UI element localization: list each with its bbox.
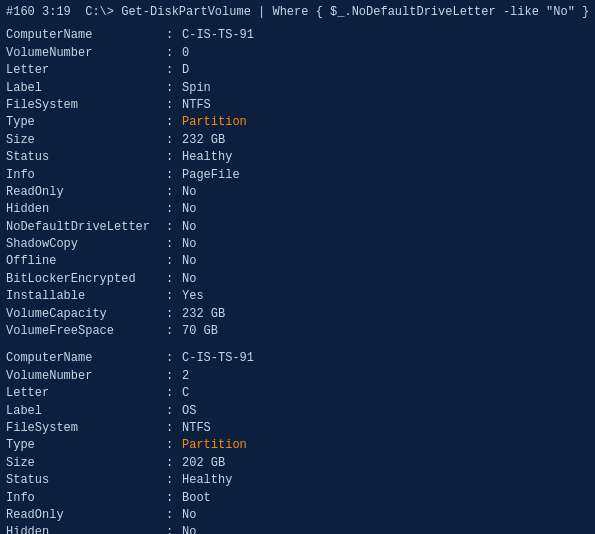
property-value: 232 GB xyxy=(182,132,225,149)
colon-separator: : xyxy=(166,114,182,131)
property-value: 2 xyxy=(182,368,189,385)
property-key: VolumeFreeSpace xyxy=(6,323,166,340)
property-value: PageFile xyxy=(182,167,240,184)
table-row: FileSystem: NTFS xyxy=(6,420,589,437)
property-key: Status xyxy=(6,149,166,166)
property-value: C-IS-TS-91 xyxy=(182,27,254,44)
property-value: No xyxy=(182,201,196,218)
property-value: Yes xyxy=(182,288,204,305)
table-row: Label: OS xyxy=(6,403,589,420)
colon-separator: : xyxy=(166,490,182,507)
property-key: Label xyxy=(6,403,166,420)
table-row: VolumeNumber: 0 xyxy=(6,45,589,62)
table-row: ComputerName: C-IS-TS-91 xyxy=(6,350,589,367)
table-row: Type: Partition xyxy=(6,437,589,454)
table-row: Hidden: No xyxy=(6,201,589,218)
property-value: Healthy xyxy=(182,472,232,489)
property-key: Hidden xyxy=(6,524,166,534)
property-value: C-IS-TS-91 xyxy=(182,350,254,367)
property-key: Letter xyxy=(6,62,166,79)
table-row: Offline: No xyxy=(6,253,589,270)
colon-separator: : xyxy=(166,437,182,454)
property-key: ShadowCopy xyxy=(6,236,166,253)
colon-separator: : xyxy=(166,350,182,367)
table-row: Hidden: No xyxy=(6,524,589,534)
property-value: Partition xyxy=(182,437,247,454)
table-row: Status: Healthy xyxy=(6,149,589,166)
property-value: Partition xyxy=(182,114,247,131)
property-value: NTFS xyxy=(182,420,211,437)
colon-separator: : xyxy=(166,271,182,288)
property-key: FileSystem xyxy=(6,420,166,437)
table-row: Type: Partition xyxy=(6,114,589,131)
property-key: Letter xyxy=(6,385,166,402)
colon-separator: : xyxy=(166,420,182,437)
property-value: No xyxy=(182,219,196,236)
colon-separator: : xyxy=(166,524,182,534)
table-row: Letter: C xyxy=(6,385,589,402)
table-row: Info: PageFile xyxy=(6,167,589,184)
property-value: Boot xyxy=(182,490,211,507)
table-row: VolumeNumber: 2 xyxy=(6,368,589,385)
table-row: BitLockerEncrypted: No xyxy=(6,271,589,288)
property-value: 232 GB xyxy=(182,306,225,323)
property-key: FileSystem xyxy=(6,97,166,114)
colon-separator: : xyxy=(166,455,182,472)
property-value: No xyxy=(182,184,196,201)
colon-separator: : xyxy=(166,45,182,62)
property-key: Hidden xyxy=(6,201,166,218)
colon-separator: : xyxy=(166,472,182,489)
colon-separator: : xyxy=(166,288,182,305)
table-row: Info: Boot xyxy=(6,490,589,507)
property-value: C xyxy=(182,385,189,402)
table-row: FileSystem: NTFS xyxy=(6,97,589,114)
colon-separator: : xyxy=(166,323,182,340)
property-key: VolumeCapacity xyxy=(6,306,166,323)
property-value: D xyxy=(182,62,189,79)
property-key: Label xyxy=(6,80,166,97)
table-row: ShadowCopy: No xyxy=(6,236,589,253)
title-bar: #160 3:19 C:\> Get-DiskPartVolume | Wher… xyxy=(6,4,589,21)
property-key: Size xyxy=(6,455,166,472)
table-row: Size: 202 GB xyxy=(6,455,589,472)
colon-separator: : xyxy=(166,132,182,149)
colon-separator: : xyxy=(166,306,182,323)
block-0: ComputerName: C-IS-TS-91VolumeNumber: 0L… xyxy=(6,27,589,340)
table-row: ReadOnly: No xyxy=(6,184,589,201)
property-key: ComputerName xyxy=(6,350,166,367)
property-value: NTFS xyxy=(182,97,211,114)
property-value: Healthy xyxy=(182,149,232,166)
property-key: Info xyxy=(6,490,166,507)
table-row: Size: 232 GB xyxy=(6,132,589,149)
property-key: Status xyxy=(6,472,166,489)
colon-separator: : xyxy=(166,507,182,524)
table-row: Installable: Yes xyxy=(6,288,589,305)
colon-separator: : xyxy=(166,167,182,184)
property-value: 202 GB xyxy=(182,455,225,472)
property-value: No xyxy=(182,524,196,534)
property-key: NoDefaultDriveLetter xyxy=(6,219,166,236)
property-key: Type xyxy=(6,114,166,131)
property-key: ReadOnly xyxy=(6,507,166,524)
colon-separator: : xyxy=(166,201,182,218)
table-row: VolumeCapacity: 232 GB xyxy=(6,306,589,323)
property-key: ReadOnly xyxy=(6,184,166,201)
colon-separator: : xyxy=(166,80,182,97)
property-key: Offline xyxy=(6,253,166,270)
property-key: Type xyxy=(6,437,166,454)
property-value: No xyxy=(182,253,196,270)
property-key: Size xyxy=(6,132,166,149)
table-row: Letter: D xyxy=(6,62,589,79)
property-value: No xyxy=(182,271,196,288)
table-row: ReadOnly: No xyxy=(6,507,589,524)
block-1: ComputerName: C-IS-TS-91VolumeNumber: 2L… xyxy=(6,350,589,534)
property-value: Spin xyxy=(182,80,211,97)
property-value: OS xyxy=(182,403,196,420)
property-key: ComputerName xyxy=(6,27,166,44)
property-key: BitLockerEncrypted xyxy=(6,271,166,288)
property-value: 70 GB xyxy=(182,323,218,340)
colon-separator: : xyxy=(166,27,182,44)
colon-separator: : xyxy=(166,385,182,402)
property-key: VolumeNumber xyxy=(6,45,166,62)
colon-separator: : xyxy=(166,184,182,201)
